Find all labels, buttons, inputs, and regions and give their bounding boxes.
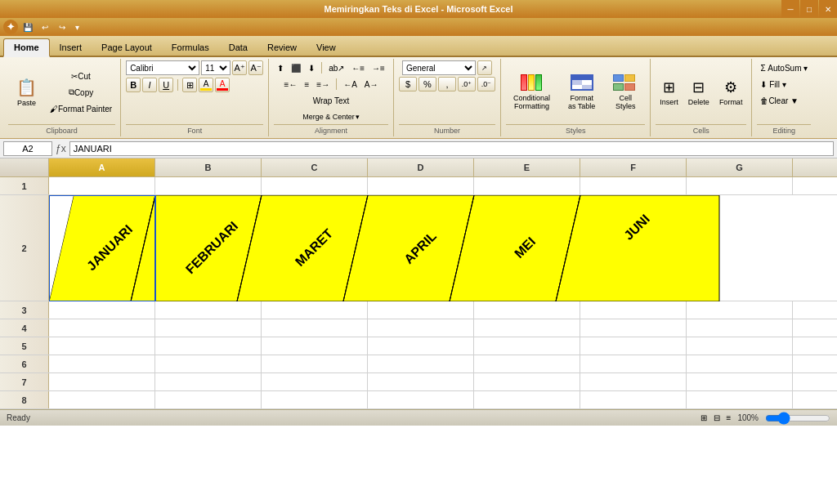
font-size-decrease[interactable]: A⁻ (248, 60, 263, 75)
number-format-dialog[interactable]: ↗ (477, 60, 492, 75)
minimize-button[interactable]: ─ (781, 0, 799, 18)
cell-d5[interactable] (368, 337, 474, 355)
normal-view-button[interactable]: ⊞ (700, 413, 707, 422)
font-family-select[interactable]: Calibri Arial Times New Roman (126, 60, 199, 75)
row-header-4[interactable]: 4 (0, 319, 49, 337)
cell-g5[interactable] (687, 337, 793, 355)
restore-button[interactable]: □ (800, 0, 818, 18)
cell-a8[interactable] (49, 391, 155, 408)
paste-button[interactable]: 📋 Paste (8, 69, 45, 115)
cell-b8[interactable] (155, 391, 262, 408)
font-size-increase[interactable]: A⁺ (232, 60, 247, 75)
page-layout-view-button[interactable]: ⊟ (714, 413, 720, 422)
cell-d7[interactable] (368, 373, 474, 390)
cell-e4[interactable] (474, 319, 580, 337)
cell-b3[interactable] (155, 301, 262, 319)
cell-a3[interactable] (49, 301, 155, 319)
cell-g8[interactable] (687, 391, 793, 408)
row-header-3[interactable]: 3 (0, 301, 49, 319)
cell-g4[interactable] (687, 319, 793, 337)
function-wizard-icon[interactable]: ƒx (56, 143, 66, 154)
cell-e1[interactable] (474, 177, 580, 194)
cell-g3[interactable] (687, 301, 793, 319)
undo-button[interactable]: ↩ (38, 20, 52, 34)
autosum-button[interactable]: Σ AutoSum ▾ (757, 60, 811, 75)
borders-button[interactable]: ⊞ (182, 78, 197, 92)
tab-insert[interactable]: Insert (50, 39, 92, 56)
col-header-g[interactable]: G (687, 158, 793, 176)
ltr-button[interactable]: A→ (361, 77, 382, 91)
align-top-button[interactable]: ⬆ (274, 60, 287, 75)
cell-f3[interactable] (580, 301, 687, 319)
percent-button[interactable]: % (418, 77, 436, 91)
fill-button[interactable]: ⬇ Fill ▾ (757, 77, 811, 91)
tab-formulas[interactable]: Formulas (162, 39, 219, 56)
italic-button[interactable]: I (142, 78, 157, 92)
merge-center-button[interactable]: Merge & Center ▾ (300, 109, 362, 124)
align-right-button[interactable]: ≡→ (313, 77, 333, 91)
cell-f6[interactable] (580, 355, 687, 372)
format-as-table-button[interactable]: Format as Table (561, 69, 602, 115)
cell-a5[interactable] (49, 337, 155, 355)
cell-c6[interactable] (262, 355, 368, 372)
comma-button[interactable]: , (438, 77, 456, 91)
cell-d1[interactable] (368, 177, 474, 194)
tab-view[interactable]: View (307, 39, 346, 56)
bold-button[interactable]: B (126, 78, 141, 92)
cell-g6[interactable] (687, 355, 793, 372)
indent-increase-button[interactable]: →≡ (369, 60, 388, 75)
col-header-e[interactable]: E (474, 158, 580, 176)
cell-a1[interactable] (49, 177, 155, 194)
copy-button[interactable]: ⧉ Copy (47, 85, 115, 100)
cell-g1[interactable] (687, 177, 793, 194)
cut-button[interactable]: ✂ Cut (47, 69, 115, 83)
row-header-7[interactable]: 7 (0, 373, 49, 390)
rtl-button[interactable]: ←A (340, 77, 360, 91)
delete-button[interactable]: ⊟ Delete (684, 69, 714, 115)
zoom-slider[interactable] (765, 412, 830, 425)
cell-b1[interactable] (155, 177, 262, 194)
cell-b7[interactable] (155, 373, 262, 390)
cell-e6[interactable] (474, 355, 580, 372)
redo-button[interactable]: ↪ (55, 20, 69, 34)
cell-c1[interactable] (262, 177, 368, 194)
cell-e8[interactable] (474, 391, 580, 408)
font-color-button[interactable]: A (215, 78, 230, 92)
col-header-c[interactable]: C (262, 158, 368, 176)
row-header-8[interactable]: 8 (0, 391, 49, 408)
row-header-1[interactable]: 1 (0, 177, 49, 194)
cell-styles-button[interactable]: Cell Styles (606, 69, 645, 115)
cell-g7[interactable] (687, 373, 793, 390)
cell-reference-box[interactable] (3, 141, 52, 156)
cell-f4[interactable] (580, 319, 687, 337)
cell-a6[interactable] (49, 355, 155, 372)
align-left-button[interactable]: ≡← (281, 77, 301, 91)
page-break-view-button[interactable]: ≡ (727, 413, 732, 422)
fill-color-button[interactable]: A (199, 78, 213, 92)
customize-dropdown[interactable]: ▾ (75, 23, 79, 32)
cell-a4[interactable] (49, 319, 155, 337)
wrap-text-button[interactable]: Wrap Text (309, 93, 354, 108)
office-button[interactable]: ✦ (3, 20, 18, 34)
number-format-select[interactable]: General Number Currency Percentage (402, 60, 476, 75)
underline-button[interactable]: U (159, 78, 173, 92)
close-button[interactable]: ✕ (819, 0, 837, 18)
tab-page-layout[interactable]: Page Layout (92, 39, 162, 56)
cell-c3[interactable] (262, 301, 368, 319)
cell-c5[interactable] (262, 337, 368, 355)
indent-decrease-button[interactable]: ←≡ (348, 60, 368, 75)
font-size-select[interactable]: 11 10 12 14 (201, 60, 231, 75)
tab-data[interactable]: Data (219, 39, 257, 56)
row-header-5[interactable]: 5 (0, 337, 49, 355)
row-header-2[interactable]: 2 (0, 195, 49, 301)
cell-d6[interactable] (368, 355, 474, 372)
col-header-d[interactable]: D (368, 158, 474, 176)
save-quick-button[interactable]: 💾 (20, 20, 35, 34)
tab-review[interactable]: Review (257, 39, 307, 56)
cell-c7[interactable] (262, 373, 368, 390)
cell-e7[interactable] (474, 373, 580, 390)
text-direction-button[interactable]: ab↗ (325, 60, 347, 75)
tab-home[interactable]: Home (3, 38, 50, 57)
row-header-6[interactable]: 6 (0, 355, 49, 372)
formula-input[interactable] (69, 141, 834, 156)
